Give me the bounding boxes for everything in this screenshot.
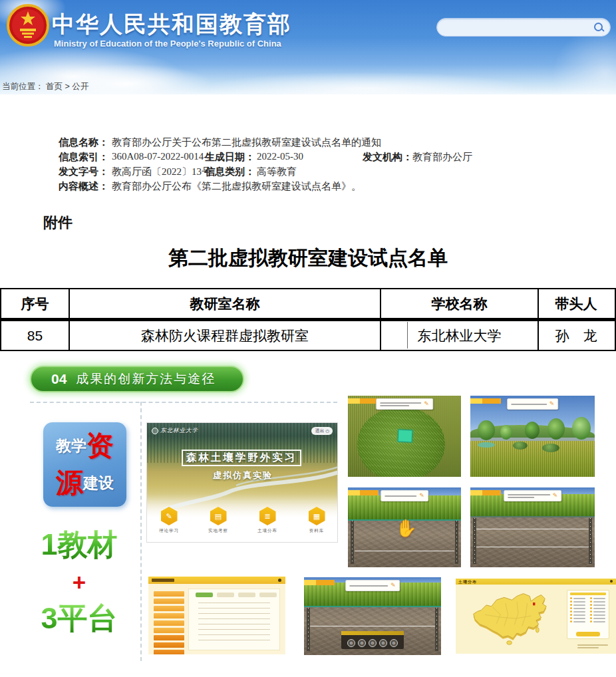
tree [572,417,591,440]
instruction-tooltip: ✎ [381,490,428,501]
marker-icon [533,603,535,605]
breadcrumb-home-link[interactable]: 首页 [46,82,63,91]
pencil-icon: ✎ [161,507,178,525]
sidebar-item [154,599,184,604]
ruler-right [589,518,592,565]
section-title: 成果的创新方法与途径 [76,370,216,388]
list-icon: ≣ [259,507,276,525]
task-chip [348,490,379,495]
bluebox-text-3: 源 [56,470,83,497]
data-table-rows [198,603,270,644]
meta-org-label: 发文机构： [363,151,412,164]
bush [513,442,528,450]
breadcrumb-prefix: 当前位置： [2,82,44,91]
teaching-resources-box: 教学 资 源 建设 [43,422,126,507]
map-title: 土壤分布 [458,579,477,585]
map-legend-panel [567,590,609,639]
national-emblem-icon [7,3,49,49]
task-chip [470,398,501,404]
meta-name-label: 信息名称： [59,136,108,149]
pond [478,442,495,448]
cell-no: 85 [1,321,70,350]
soil-map-screenshot: 土壤分布 [456,579,616,654]
module-theory: ✎ 理论学习 [152,507,186,534]
table-row: 85 森林防火课程群虚拟教研室 东北林业大学 孙 龙 [1,321,615,350]
bluebox-text-4: 建设 [83,475,114,491]
horizon-line [476,547,588,547]
col-header-room: 教研室名称 [70,289,381,318]
sidebar-item [154,591,184,597]
app-tabs [196,593,277,597]
breadcrumb-open-link[interactable]: 公开 [72,82,88,91]
site-subtitle: Ministry of Education of the People's Re… [54,39,281,49]
section-badge: 04 成果的创新方法与途径 [30,366,244,392]
tool-panel: ⚙ ⚙ ⚙ ⚙ ⚙ [341,631,404,649]
china-map [465,587,571,650]
meta-docno-label: 发文字号： [59,166,108,178]
map-topbar: 土壤分布 [456,579,616,585]
site-header: 中华人民共和国教育部 Ministry of Education of the … [0,0,616,94]
cell-leader: 孙 龙 [539,321,613,350]
logo-text: 东北林业大学 [160,427,198,435]
meta-docno-value: 教高厅函〔2022〕13号 [112,166,212,178]
sim-screenshot-soil-tools: ✎ ⚙ ⚙ ⚙ ⚙ ⚙ [304,577,441,655]
page: 中华人民共和国教育部 Ministry of Education of the … [0,0,616,677]
tab [238,593,255,597]
app-topbar [148,577,285,584]
horizon-line [476,529,588,529]
sidebar-item [154,635,184,640]
sim-screenshot-soil-touch: ✋ ✎ [348,487,461,567]
ruler-left [473,518,476,565]
user-icon [278,579,281,582]
module-label: 理论学习 [159,528,179,534]
sample-quadrat-marker [397,430,412,443]
platform-title-frame: 森林土壤学野外实习 [182,450,301,466]
tool-icon: ⚙ [369,639,377,647]
instruction-tooltip: ✎ [376,398,433,410]
attachment-label: 附件 [43,213,73,233]
tree [500,425,512,440]
app-logo [152,579,174,582]
university-logo: 东北林业大学 [152,427,198,435]
tree [478,420,495,440]
sidebar-item [154,620,184,626]
col-header-no: 序号 [1,289,70,318]
ruler-right [435,608,438,652]
meta-type-label: 信息类别： [205,166,255,178]
sidebar-item [154,628,184,633]
search-input[interactable] [445,21,593,34]
search-icon[interactable] [593,21,605,33]
pilot-list-table: 序号 教研室名称 学校名称 带头人 85 森林防火课程群虚拟教研室 东北林业大学… [0,288,616,351]
site-title: 中华人民共和国教育部 [52,9,291,40]
app-sidebar [154,591,184,654]
formula-textbook: 1教材 [19,529,140,559]
bluebox-text-1: 教学 [56,438,86,454]
sidebar-item [154,650,184,654]
col-header-leader: 带头人 [539,289,613,318]
module-label: 实地考察 [208,528,228,534]
breadcrumb: 当前位置： 首页 > 公开 [2,81,88,92]
legend-header [570,593,606,595]
pencil-icon: ✎ [419,493,424,499]
module-library: ▦ 资料库 [299,507,334,534]
section-number: 04 [51,371,67,387]
logo-icon [152,428,158,434]
task-chip [304,580,335,585]
col-header-school: 学校名称 [381,289,539,318]
platform-subtitle: 虚拟仿真实验 [147,470,338,481]
ruler-left [307,608,310,652]
soil-surface-line [304,606,441,607]
tool-icon: ⚙ [347,639,355,647]
meta-index-label: 信息索引： [59,151,108,164]
meta-type-value: 高等教育 [257,166,297,178]
search-bar[interactable] [436,18,611,37]
cell-room: 森林防火课程群虚拟教研室 [70,321,381,350]
horizon-line [309,626,436,626]
meta-org-value: 教育部办公厅 [412,151,472,164]
tab-active [196,593,213,597]
instruction-tooltip: ✎ [345,580,400,591]
cloud-decoration [200,72,532,94]
meta-date-value: 2022-05-30 [257,151,303,162]
pencil-icon: ✎ [549,401,555,407]
legend-items [570,597,606,622]
